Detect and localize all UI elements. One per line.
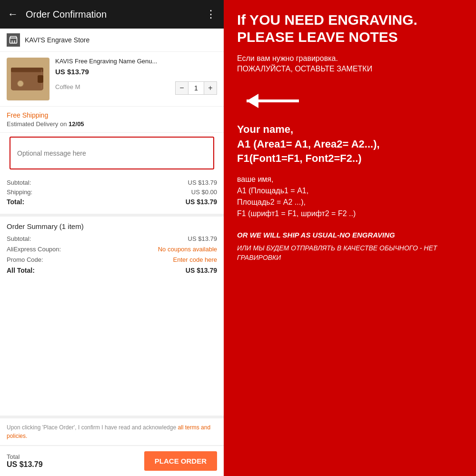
more-menu-button[interactable]: ⋮ xyxy=(206,8,216,20)
example-text-ru: ваше имя, А1 (Площадь1 = А1, Площадь2 = … xyxy=(237,174,463,219)
right-subtitle-ru: Если вам нужно гравировка. ПОЖАЛУЙСТА, О… xyxy=(237,53,463,75)
promo-link[interactable]: Enter code here xyxy=(173,256,217,263)
right-subtitle-ru-line2: ПОЖАЛУЙСТА, ОСТАВЬТЕ ЗАМЕТКИ xyxy=(237,65,372,73)
subtotal-value: US $13.79 xyxy=(188,179,217,186)
product-info: KAVIS Free Engraving Name Genu... US $13… xyxy=(55,58,217,100)
place-order-button[interactable]: PLACE ORDER xyxy=(144,451,217,471)
bottom-total-amount: US $13.79 xyxy=(7,460,43,469)
store-name: KAVI'S Engrave Store xyxy=(25,36,89,44)
summary-all-total-row: All Total: US $13.79 xyxy=(7,267,217,274)
example-en-line2: A1 (Area1= A1, Area2= A2...), xyxy=(237,138,380,150)
right-panel: If YOU NEED ENGRAVING. PLEASE LEAVE NOTE… xyxy=(224,0,476,476)
terms-section: Upon clicking 'Place Order', I confirm I… xyxy=(0,418,224,446)
qty-increase-button[interactable]: + xyxy=(204,81,217,95)
shipping-row: Shipping: US $0.00 xyxy=(7,188,217,196)
example-ru-line3: Площадь2 = А2 ...), xyxy=(237,198,306,206)
svg-rect-4 xyxy=(11,68,43,72)
order-summary-title: Order Summary (1 item) xyxy=(7,222,217,230)
all-total-value: US $13.79 xyxy=(186,267,217,274)
summary-promo-row: Promo Code: Enter code here xyxy=(7,256,217,263)
svg-point-5 xyxy=(18,80,24,87)
arrow-row xyxy=(237,89,463,113)
example-text-en: Your name, A1 (Area1= A1, Area2= A2...),… xyxy=(237,122,463,166)
store-row: KAVI'S Engrave Store xyxy=(0,29,224,52)
message-section-wrapper xyxy=(0,133,224,173)
product-variant: Coffee M xyxy=(55,83,80,90)
example-ru-line4: F1 (шрифт1 = F1, шрифт2 = F2 ..) xyxy=(237,209,356,218)
summary-promo-label: Promo Code: xyxy=(7,256,43,263)
right-title-line1: If YOU NEED ENGRAVING. xyxy=(237,12,417,28)
example-ru-line1: ваше имя, xyxy=(237,175,273,183)
or-text-en: OR WE WILL SHIP AS USUAL-NO ENGRAVING xyxy=(237,231,463,239)
free-shipping-label: Free Shipping xyxy=(7,111,217,119)
summary-coupon-label: AliExpress Coupon: xyxy=(7,246,61,253)
bottom-total: Total US $13.79 xyxy=(7,453,43,469)
product-price: US $13.79 xyxy=(55,68,217,76)
summary-subtotal-row: Subtotal: US $13.79 xyxy=(7,235,217,242)
product-image xyxy=(7,58,50,100)
arrow-icon xyxy=(237,89,299,113)
qty-decrease-button[interactable]: − xyxy=(175,81,188,95)
product-row: KAVIS Free Engraving Name Genu... US $13… xyxy=(0,52,224,107)
shipping-label: Shipping: xyxy=(7,188,32,196)
svg-rect-0 xyxy=(10,38,17,43)
message-section[interactable] xyxy=(10,137,214,169)
shipping-section: Free Shipping Estimated Delivery on 12/0… xyxy=(0,107,224,133)
estimated-delivery: Estimated Delivery on 12/05 xyxy=(7,120,217,128)
svg-marker-9 xyxy=(247,94,258,108)
bottom-total-label: Total xyxy=(7,453,43,460)
back-button[interactable]: ← xyxy=(8,8,18,20)
price-summary: Subtotal: US $13.79 Shipping: US $0.00 T… xyxy=(0,173,224,217)
terms-text: Upon clicking 'Place Order', I confirm I… xyxy=(7,424,178,431)
subtotal-label: Subtotal: xyxy=(7,179,31,186)
subtotal-row: Subtotal: US $13.79 xyxy=(7,179,217,186)
message-input[interactable] xyxy=(17,142,207,164)
right-subtitle-ru-line1: Если вам нужно гравировка. xyxy=(237,54,338,62)
shipping-value: US $0.00 xyxy=(191,188,217,196)
example-en-line1: Your name, xyxy=(237,123,293,135)
page-title: Order Confirmation xyxy=(26,9,198,20)
quantity-control: − 1 + xyxy=(175,81,217,95)
total-value: US $13.79 xyxy=(186,198,217,206)
example-ru-line2: А1 (Площадь1 = А1, xyxy=(237,187,308,195)
or-text-ru: ИЛИ МЫ БУДЕМ ОТПРАВЛЯТЬ В КАЧЕСТВЕ ОБЫЧН… xyxy=(237,244,463,262)
total-label: Total: xyxy=(7,198,24,206)
svg-rect-7 xyxy=(38,75,43,83)
summary-subtotal-label: Subtotal: xyxy=(7,235,31,242)
product-name: KAVIS Free Engraving Name Genu... xyxy=(55,58,217,66)
summary-coupon-row: AliExpress Coupon: No coupons available xyxy=(7,246,217,253)
right-panel-title: If YOU NEED ENGRAVING. PLEASE LEAVE NOTE… xyxy=(237,11,463,46)
total-row: Total: US $13.79 xyxy=(7,198,217,206)
bottom-bar: Total US $13.79 PLACE ORDER xyxy=(0,446,224,476)
qty-display: 1 xyxy=(188,81,204,95)
header: ← Order Confirmation ⋮ xyxy=(0,0,224,29)
right-title-line2: PLEASE LEAVE NOTES xyxy=(237,29,398,45)
order-summary-section: Order Summary (1 item) Subtotal: US $13.… xyxy=(0,217,224,418)
summary-subtotal-value: US $13.79 xyxy=(188,235,217,242)
example-en-line3: F1(Font1=F1, Font2=F2..) xyxy=(237,152,362,164)
all-total-label: All Total: xyxy=(7,267,35,274)
left-panel: ← Order Confirmation ⋮ KAVI'S Engrave St… xyxy=(0,0,224,476)
store-icon xyxy=(7,33,20,47)
coupon-link[interactable]: No coupons available xyxy=(158,246,217,253)
